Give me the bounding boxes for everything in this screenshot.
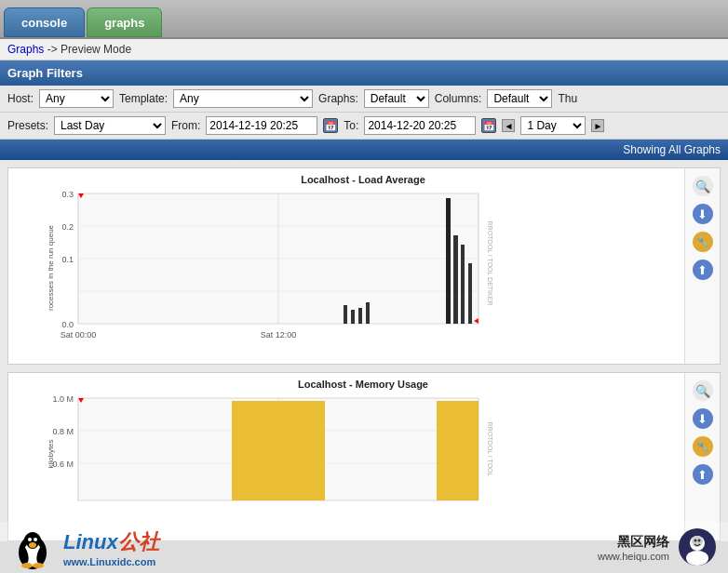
tab-graphs[interactable]: graphs: [87, 7, 162, 37]
content-area: Showing All Graphs Localhost - Load Aver…: [0, 140, 728, 541]
breadcrumb-link[interactable]: Graphs: [7, 43, 44, 56]
columns-select[interactable]: Default: [487, 89, 552, 108]
svg-rect-41: [437, 401, 479, 500]
graph-load-average-actions: 🔍 ⬇ 🔧 ⬆: [684, 168, 720, 364]
tab-console-label: console: [21, 16, 67, 30]
from-input[interactable]: [206, 116, 317, 135]
graphs-label: Graphs:: [318, 92, 358, 105]
tab-graphs-label: graphs: [104, 16, 144, 30]
filters-title: Graph Filters: [7, 64, 721, 82]
host-label: Host:: [7, 92, 34, 105]
svg-text:0.8 M: 0.8 M: [52, 427, 74, 436]
upload-icon[interactable]: ⬆: [693, 260, 713, 280]
host-select[interactable]: Any: [39, 89, 114, 108]
download-icon[interactable]: ⬇: [693, 204, 713, 224]
graph-memory-usage-actions: 🔍 ⬇ 🔧 ⬆: [684, 373, 720, 540]
prev-arrow[interactable]: ◄: [502, 119, 515, 132]
svg-text:RROTOOL / TOOL DETIKER: RROTOOL / TOOL DETIKER: [487, 221, 493, 306]
graph-memory-usage: Localhost - Memory Usage kilobytes 1.0 M…: [7, 372, 721, 541]
graph-memory-usage-title: Localhost - Memory Usage: [46, 379, 681, 390]
download-icon-2[interactable]: ⬇: [693, 408, 713, 429]
svg-rect-21: [366, 302, 370, 324]
svg-point-50: [19, 544, 31, 549]
svg-rect-22: [446, 198, 451, 324]
tab-console[interactable]: console: [4, 7, 85, 37]
wrench-icon-2[interactable]: 🔧: [693, 436, 713, 457]
filter-row-1: Host: Any Template: Any Graphs: Default …: [0, 86, 728, 113]
thu-label: Thu: [558, 92, 577, 105]
showing-label: Showing All Graphs: [623, 143, 721, 156]
svg-text:rocesses in the run queue: rocesses in the run queue: [47, 224, 55, 311]
svg-text:0.6 M: 0.6 M: [52, 460, 74, 469]
search-icon-2[interactable]: 🔍: [693, 380, 713, 401]
svg-text:RROTOOL / TOOL: RROTOOL / TOOL: [487, 422, 493, 477]
top-navigation: console graphs: [0, 0, 728, 39]
graph-load-average-main: Localhost - Load Average rocesses in the…: [8, 168, 684, 364]
svg-text:0.2: 0.2: [61, 222, 74, 232]
svg-rect-40: [232, 401, 325, 500]
svg-text:0.1: 0.1: [61, 255, 74, 264]
load-average-chart: rocesses in the run queue 0.3 0.2 0.1 0.…: [46, 189, 502, 342]
svg-text:Sat 00:00: Sat 00:00: [61, 330, 97, 340]
to-input[interactable]: [364, 116, 476, 135]
template-select[interactable]: Any: [173, 89, 313, 108]
svg-rect-20: [358, 308, 362, 324]
svg-text:0.3: 0.3: [61, 190, 74, 199]
upload-icon-2[interactable]: ⬆: [693, 464, 713, 485]
showing-header: Showing All Graphs: [0, 140, 728, 160]
svg-text:0.0: 0.0: [61, 320, 74, 329]
duration-select[interactable]: 1 Day: [520, 116, 586, 135]
svg-text:1.0 M: 1.0 M: [52, 394, 74, 404]
graph-memory-usage-main: Localhost - Memory Usage kilobytes 1.0 M…: [8, 373, 684, 540]
to-calendar-icon[interactable]: 📅: [481, 118, 496, 133]
presets-select[interactable]: Last Day: [54, 116, 166, 135]
breadcrumb: Graphs -> Preview Mode: [0, 39, 728, 60]
svg-rect-25: [468, 263, 472, 324]
from-label: From:: [171, 119, 200, 132]
svg-rect-18: [344, 305, 347, 324]
svg-point-51: [35, 544, 47, 549]
from-calendar-icon[interactable]: 📅: [323, 118, 338, 133]
columns-label: Columns:: [435, 92, 482, 105]
svg-point-45: [23, 542, 42, 550]
presets-label: Presets:: [7, 119, 48, 132]
svg-rect-24: [461, 245, 465, 324]
breadcrumb-separator: ->: [47, 43, 58, 56]
memory-usage-chart: kilobytes 1.0 M 0.8 M 0.6 M: [46, 393, 502, 514]
graphs-select[interactable]: Default: [364, 89, 429, 108]
to-label: To:: [344, 119, 358, 132]
svg-text:Sat 12:00: Sat 12:00: [261, 330, 297, 340]
graph-load-average: Localhost - Load Average rocesses in the…: [7, 167, 721, 365]
filter-row-2: Presets: Last Day From: 📅 To: 📅 ◄ 1 Day …: [0, 113, 728, 140]
search-icon[interactable]: 🔍: [693, 176, 713, 196]
svg-rect-19: [351, 310, 355, 324]
template-label: Template:: [119, 92, 168, 105]
wrench-icon[interactable]: 🔧: [693, 232, 713, 252]
graph-load-average-title: Localhost - Load Average: [46, 174, 681, 185]
graph-filters-header: Graph Filters: [0, 60, 728, 86]
svg-rect-23: [453, 235, 458, 324]
breadcrumb-current: Preview Mode: [61, 43, 131, 56]
next-arrow[interactable]: ►: [591, 119, 604, 132]
svg-point-49: [29, 542, 36, 548]
